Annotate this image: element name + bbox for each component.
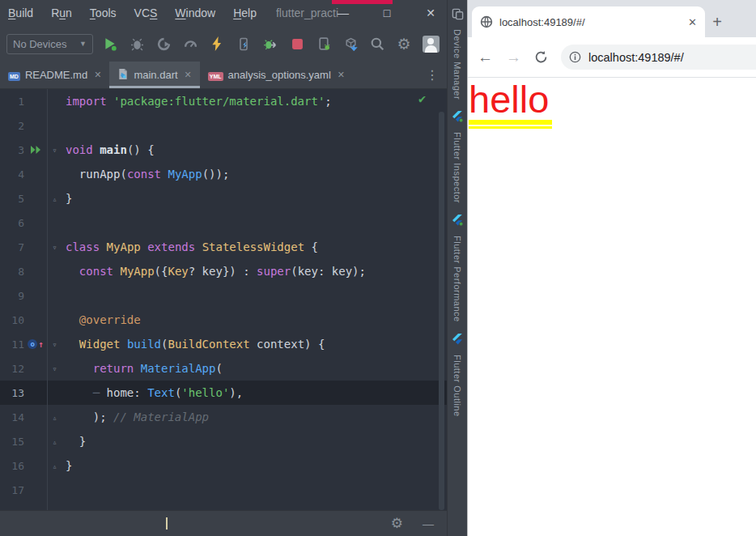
code-line-8[interactable]: 8 const MyApp({Key? key}) : super(key: k…: [0, 259, 447, 283]
tool-window-label: Flutter Outline: [452, 355, 462, 417]
code-line-6[interactable]: 6: [0, 211, 447, 235]
device-manager-phone-icon[interactable]: [314, 34, 333, 53]
menu-run[interactable]: Run: [51, 6, 72, 19]
code-line-10[interactable]: 10 @override: [0, 308, 447, 332]
code-line-12[interactable]: 12▿ return MaterialApp(: [0, 356, 447, 381]
code-line-2[interactable]: 2: [0, 113, 447, 138]
fold-marker[interactable]: ▵: [47, 186, 62, 211]
browser-tab[interactable]: localhost:49189/#/ ✕: [472, 6, 705, 37]
screen: BuildRunToolsVCSWindowHelp flutter_pract…: [0, 0, 756, 536]
line-number: 9: [0, 290, 24, 302]
gutter-slot: [24, 138, 47, 162]
code-line-3[interactable]: 3▿void main() {: [0, 138, 447, 162]
line-number: 1: [0, 96, 24, 108]
line-number: 15: [0, 436, 24, 448]
fold-marker: [47, 478, 62, 502]
editor-scrollbar[interactable]: [439, 112, 444, 510]
code-line-7[interactable]: 7▿class MyApp extends StatelessWidget {: [0, 235, 447, 259]
code-line-17[interactable]: 17: [0, 478, 447, 502]
menu-vcs[interactable]: VCS: [134, 6, 158, 19]
line-number: 7: [0, 241, 24, 253]
tab-main.dart[interactable]: main.dart✕: [109, 62, 199, 88]
menu-window[interactable]: Window: [175, 6, 215, 19]
override-marker-icon[interactable]: o↑: [28, 339, 44, 350]
close-icon[interactable]: ✕: [185, 70, 192, 80]
menu-tools[interactable]: Tools: [90, 6, 117, 19]
hide-icon[interactable]: —: [423, 518, 434, 530]
device-selector[interactable]: No Devices ▼: [6, 34, 93, 54]
flutter-icon-dot: [452, 215, 464, 230]
line-number: 14: [0, 411, 24, 423]
hot-reload-bolt-icon[interactable]: [207, 34, 227, 53]
fold-marker[interactable]: ▿: [47, 235, 62, 259]
maximize-icon[interactable]: □: [379, 6, 395, 19]
fold-marker: [47, 381, 62, 405]
tab-close-icon[interactable]: ✕: [688, 16, 697, 28]
browser-viewport: hello: [468, 78, 756, 536]
tool-window-flutter-inspector[interactable]: Flutter Inspector: [452, 111, 464, 203]
dart-file-icon: [117, 68, 129, 83]
tab-analysis_options.yaml[interactable]: YMLanalysis_options.yaml✕: [200, 62, 353, 88]
gauge-icon[interactable]: [181, 34, 200, 53]
fold-marker: [47, 89, 62, 113]
code-text: ); // MaterialApp: [62, 411, 209, 423]
inspection-ok-icon: ✔: [418, 91, 426, 106]
address-url[interactable]: localhost:49189/#/: [588, 51, 684, 64]
code-line-11[interactable]: 11o↑▿ Widget build(BuildContext context)…: [0, 332, 447, 356]
text-underline: [469, 120, 552, 125]
tool-window-device-manager[interactable]: Device Manager: [452, 8, 464, 100]
code-line-16[interactable]: 16▵}: [0, 453, 447, 478]
address-bar[interactable]: localhost:49189/#/: [561, 45, 756, 70]
close-icon[interactable]: ✕: [423, 6, 439, 19]
back-icon[interactable]: ←: [478, 49, 493, 65]
code-line-5[interactable]: 5▵}: [0, 186, 447, 211]
code-line-1[interactable]: 1import 'package:flutter/material.dart';: [0, 89, 447, 113]
minimize-icon[interactable]: —: [335, 6, 351, 19]
line-number: 5: [0, 193, 24, 205]
new-tab-icon[interactable]: +: [705, 6, 729, 37]
settings-gear-icon[interactable]: ⚙: [391, 517, 403, 530]
fold-marker[interactable]: ▿: [47, 356, 62, 381]
code-line-18[interactable]: 18: [0, 502, 447, 510]
code-line-9[interactable]: 9: [0, 283, 447, 308]
profiler-icon[interactable]: [154, 34, 173, 53]
menu-build[interactable]: Build: [8, 6, 33, 19]
attach-debugger-icon[interactable]: [261, 34, 280, 53]
debug-icon[interactable]: [127, 34, 147, 53]
browser-tabstrip: localhost:49189/#/ ✕ +: [468, 0, 756, 37]
gutter-slot: [24, 308, 47, 332]
code-line-13[interactable]: 13 ─ home: Text('hello'),: [0, 381, 447, 405]
close-icon[interactable]: ✕: [94, 70, 101, 80]
device-bolt-icon[interactable]: [234, 34, 253, 53]
code-text: return MaterialApp(: [62, 362, 223, 375]
menu-help[interactable]: Help: [233, 6, 257, 19]
search-icon[interactable]: [367, 34, 387, 53]
reload-icon[interactable]: [534, 50, 548, 64]
run-icon[interactable]: [100, 34, 120, 53]
stop-icon[interactable]: [287, 34, 307, 53]
flutter-text-widget: hello: [469, 79, 552, 129]
fold-marker[interactable]: ▿: [47, 332, 62, 356]
profile-avatar-icon[interactable]: [421, 34, 440, 53]
code-text: import 'package:flutter/material.dart';: [62, 95, 332, 108]
code-line-15[interactable]: 15▵ }: [0, 429, 447, 453]
fold-marker[interactable]: ▵: [47, 429, 62, 453]
code-editor[interactable]: 1import 'package:flutter/material.dart';…: [0, 89, 447, 510]
code-line-4[interactable]: 4 runApp(const MyApp());: [0, 162, 447, 186]
info-icon[interactable]: [569, 51, 581, 63]
run-line-icon[interactable]: [30, 145, 42, 155]
gutter-slot: o↑: [24, 332, 47, 356]
tool-window-flutter-performance[interactable]: Flutter Performance: [452, 215, 464, 322]
fold-marker[interactable]: ▵: [47, 405, 62, 429]
code-text: Widget build(BuildContext context) {: [62, 338, 325, 351]
fold-marker[interactable]: ▿: [47, 138, 62, 162]
tab-README.md[interactable]: MDREADME.md✕: [0, 62, 109, 88]
code-line-14[interactable]: 14▵ ); // MaterialApp: [0, 405, 447, 429]
settings-gear-icon[interactable]: ⚙: [394, 34, 414, 53]
tool-window-flutter-outline[interactable]: Flutter Outline: [452, 334, 464, 417]
tab-options-icon[interactable]: ⋮: [426, 62, 447, 88]
close-icon[interactable]: ✕: [338, 70, 345, 80]
sdk-manager-icon[interactable]: [341, 34, 360, 53]
fold-marker[interactable]: ▵: [47, 453, 62, 478]
yaml-file-icon: YML: [208, 69, 223, 81]
